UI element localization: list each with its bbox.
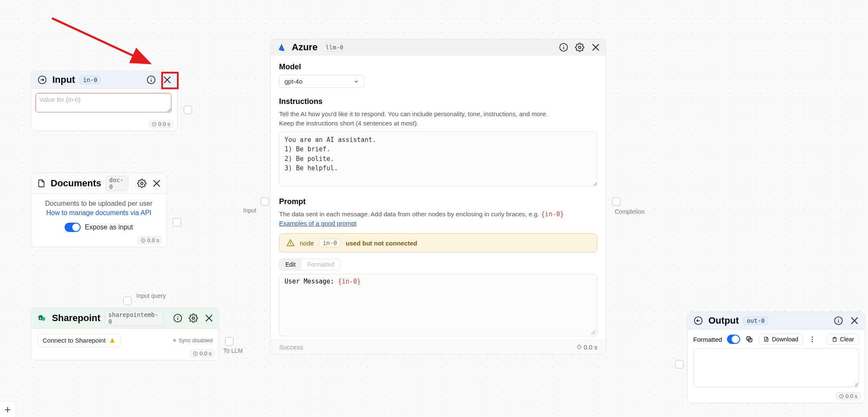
info-icon[interactable] [833,315,844,327]
close-icon[interactable] [151,177,162,189]
runtime-badge: 0.0 s [149,120,173,128]
copy-icon[interactable] [745,334,754,345]
azure-out-port-label: Completion [615,208,645,215]
svg-point-28 [578,46,581,49]
sharepoint-node: S Sharepoint sharepointemb-0 Connect to … [31,308,219,360]
gear-icon[interactable] [137,177,147,189]
documents-out-port[interactable] [173,218,181,226]
svg-point-27 [563,45,564,46]
clear-button[interactable]: Clear [827,334,859,345]
output-node: Output out-0 Formatted Download Clear [687,312,865,403]
close-icon[interactable] [590,41,602,53]
sync-status: Sync disabled [173,337,213,343]
instructions-textarea[interactable] [279,131,597,186]
documents-node: Documents doc-0 Documents to be uploaded… [31,173,167,247]
output-icon [692,315,704,327]
output-in-port[interactable] [675,360,684,368]
svg-point-44 [812,341,813,342]
azure-icon [276,41,288,53]
node-title: Input [52,74,75,85]
output-textarea[interactable] [693,348,859,387]
instructions-heading: Instructions [279,97,597,106]
sharepoint-icon: S [36,312,48,324]
download-button[interactable]: Download [759,334,803,345]
svg-point-37 [838,319,839,319]
document-icon [36,177,46,189]
node-id-chip: sharepointemb-0 [105,311,163,326]
prompt-warning: node in-0 used but not connected [279,233,597,253]
sharepoint-out-port-label: To LLM [223,347,243,354]
runtime-badge: 0.0 s [836,392,860,400]
input-icon [36,74,48,86]
kebab-icon[interactable] [808,334,817,345]
toggle-label: Expose as input [85,223,133,231]
azure-node: Azure llm-0 Model gpt-4o Instructions Te… [270,38,606,354]
runtime-badge: 0.0 s [577,343,597,351]
input-node: Input in-0 0.0 s [31,71,178,131]
gear-icon[interactable] [574,41,586,53]
node-title: Sharepoint [52,313,100,324]
svg-point-32 [290,244,291,245]
close-icon-highlight [161,72,179,89]
input-value-textarea[interactable] [35,93,171,112]
close-icon[interactable] [849,315,860,327]
prompt-view-tabs: Edit Formatted [279,259,341,270]
svg-point-42 [812,337,813,338]
sharepoint-out-port[interactable] [225,337,233,346]
chevron-down-icon [353,79,359,84]
instructions-hint: Tell the AI how you'd like it to respond… [279,109,597,128]
node-id-chip: out-0 [743,316,768,325]
tab-edit[interactable]: Edit [279,259,301,270]
input-out-port[interactable] [184,106,192,114]
sharepoint-in-port[interactable] [123,297,132,305]
add-node-button[interactable]: + [0,401,16,417]
svg-point-18 [177,316,178,317]
runtime-badge: 0.0 s [190,349,214,357]
connect-sharepoint-button[interactable]: Connect to Sharepoint [37,334,121,347]
svg-rect-22 [112,340,113,341]
info-icon[interactable] [558,41,570,53]
warning-ref-chip: in-0 [319,239,341,247]
node-title: Azure [292,42,317,53]
status-text: Success [279,343,303,351]
azure-in-port[interactable] [260,197,269,206]
svg-point-4 [151,78,152,79]
close-icon[interactable] [203,312,214,324]
info-icon[interactable] [172,312,183,324]
azure-out-port[interactable] [612,197,621,206]
formatted-label: Formatted [693,336,722,343]
sharepoint-in-port-label: Input query [136,292,166,299]
prompt-heading: Prompt [279,197,597,206]
documents-api-link[interactable]: How to manage documents via API [40,209,158,217]
info-icon[interactable] [145,74,157,86]
azure-in-port-label: Input [243,207,256,214]
annotation-arrow [49,16,163,71]
prompt-hint: The data sent in each message. Add data … [279,210,597,229]
prompt-textarea[interactable]: User Message: {in-0} [279,274,597,336]
svg-point-43 [812,339,813,340]
gear-icon[interactable] [187,312,199,324]
node-id-chip: in-0 [79,76,101,84]
node-id-chip: llm-0 [322,43,347,52]
svg-point-19 [192,317,195,319]
tab-formatted[interactable]: Formatted [301,259,340,270]
node-title: Documents [51,178,101,189]
model-selected-value: gpt-4o [285,78,303,85]
svg-point-8 [141,182,143,185]
formatted-toggle[interactable] [727,335,740,344]
node-title: Output [708,315,739,326]
runtime-badge: 0.0 s [138,236,162,244]
node-id-chip: doc-0 [106,176,128,191]
expose-as-input-toggle[interactable] [65,223,81,232]
svg-line-0 [52,18,150,63]
documents-description: Documents to be uploaded per user [40,200,158,207]
model-heading: Model [279,63,597,71]
warning-icon [286,239,295,247]
model-select[interactable]: gpt-4o [279,75,365,88]
examples-link[interactable]: Examples of a good prompt [279,220,356,227]
svg-text:S: S [40,317,42,320]
svg-rect-23 [112,342,113,342]
